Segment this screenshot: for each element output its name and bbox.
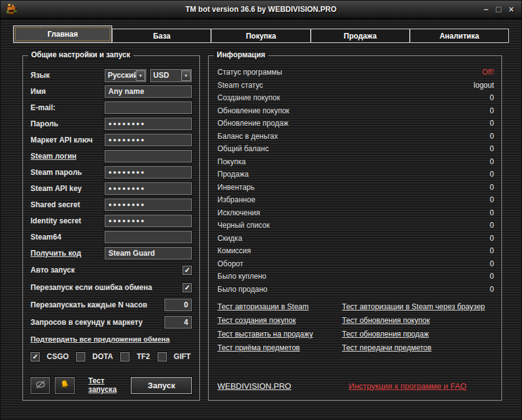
auto-start-checkbox[interactable]: ✓ [183, 266, 192, 275]
name-input[interactable] [105, 85, 192, 98]
info-value: 0 [490, 221, 494, 230]
chevron-down-icon[interactable]: ▾ [181, 70, 191, 81]
currency-select[interactable]: USD ▾ [150, 69, 192, 82]
dota-checkbox[interactable] [76, 352, 85, 362]
auto-start-row: Авто запуск ✓ [31, 261, 192, 279]
steam64-label: Steam64 [31, 233, 105, 241]
launch-controls: Тест запуска Запуск [31, 376, 192, 394]
test-steam-auth-link[interactable]: Тест авторизации в Steam [217, 302, 342, 311]
sound-notify-button[interactable] [55, 377, 74, 394]
steam-api-key-input[interactable] [105, 182, 192, 195]
test-receive-items-link[interactable]: Тест приёма предметов [217, 343, 342, 352]
requests-per-second-input[interactable] [164, 316, 192, 329]
info-value: 0 [490, 157, 494, 166]
steam-api-label: Steam API key [31, 184, 105, 193]
tf2-checkbox[interactable] [120, 352, 130, 362]
test-link-row: Тест приёма предметов Тест передачи пред… [217, 341, 494, 355]
tab-analitika[interactable]: Аналитика [410, 29, 509, 43]
check-icon: ✓ [32, 353, 38, 360]
test-link-row: Тест создания покупок Тест обновления по… [217, 314, 494, 327]
info-row: Баланс в деньгах0 [217, 130, 494, 143]
info-value: 0 [490, 246, 494, 255]
games-row: ✓ CSGO DOTA TF2 GIFT [31, 348, 192, 365]
test-create-orders-link[interactable]: Тест создания покупок [217, 316, 342, 325]
settings-panel: Общие настройки и запуск Язык Русский ▾ … [22, 55, 200, 401]
info-label: Было куплено [217, 272, 267, 281]
identity-secret-label: Identity secret [31, 217, 105, 225]
tab-pokupka[interactable]: Покупка [211, 29, 310, 43]
password-input[interactable] [105, 118, 192, 130]
restart-on-error-row: Перезапуск если ошибка обмена ✓ [31, 279, 192, 296]
hide-window-button[interactable] [31, 377, 50, 394]
chevron-down-icon[interactable]: ▾ [136, 70, 145, 81]
info-label: Было продано [217, 285, 267, 294]
info-row: Комиссия0 [217, 245, 494, 258]
steam-login-row: Steam логин [31, 148, 192, 164]
restart-hours-input[interactable] [164, 299, 192, 311]
steam-login-link[interactable]: Steam логин [31, 152, 105, 161]
maximize-icon[interactable]: □ [496, 5, 501, 14]
gift-checkbox[interactable] [158, 352, 167, 362]
info-label: Комиссия [217, 246, 251, 255]
shared-secret-label: Shared secret [31, 200, 105, 209]
info-label: Статус программы [217, 68, 282, 77]
test-steam-auth-browser-link[interactable]: Тест авторизации в Steam через браузер [342, 302, 485, 311]
email-input[interactable] [105, 101, 192, 114]
steam-login-input[interactable] [105, 150, 192, 162]
info-value: 0 [490, 144, 494, 153]
get-code-row: Получить код [31, 245, 192, 261]
restart-on-error-label: Перезапуск если ошибка обмена [31, 283, 183, 292]
minimize-icon[interactable]: – [484, 5, 489, 14]
app-window: TM bot version 36.6 by WEBDIVISION.PRO –… [0, 0, 522, 420]
name-label: Имя [31, 87, 105, 96]
webdivision-site-link[interactable]: WEBDIVISION.PRO [217, 381, 291, 391]
test-update-orders-link[interactable]: Тест обновления покупок [342, 316, 430, 325]
steam-api-row: Steam API key [31, 180, 192, 197]
identity-secret-input[interactable] [105, 215, 192, 227]
password-label: Пароль [31, 119, 105, 128]
dota-label: DOTA [92, 352, 113, 361]
test-links: Тест авторизации в Steam Тест авторизаци… [217, 300, 494, 355]
steam-status-value: logout [473, 81, 494, 90]
steam-password-label: Steam пароль [31, 168, 105, 177]
csgo-checkbox[interactable]: ✓ [31, 352, 40, 362]
info-label: Общий баланс [217, 144, 268, 153]
steam-password-input[interactable] [105, 166, 192, 179]
market-api-key-input[interactable] [105, 134, 192, 146]
test-update-sales-link[interactable]: Тест обновления продаж [342, 330, 429, 338]
market-api-row: Маркет API ключ [31, 132, 192, 148]
confirm-trades-link[interactable]: Подтвердить все предложения обмена [31, 335, 192, 343]
market-api-label: Маркет API ключ [31, 136, 105, 144]
tab-prodazha[interactable]: Продажа [311, 29, 410, 43]
info-value: 0 [490, 170, 494, 179]
info-label: Инвентарь [217, 183, 255, 192]
test-list-for-sale-link[interactable]: Тест выставить на продажу [217, 330, 342, 338]
close-icon[interactable]: × [509, 5, 514, 14]
tab-label: Аналитика [440, 32, 480, 40]
info-row: Исключения0 [217, 207, 494, 220]
restart-on-error-checkbox[interactable]: ✓ [183, 283, 192, 292]
tab-baza[interactable]: База [112, 29, 211, 43]
test-link-row: Тест авторизации в Steam Тест авторизаци… [217, 300, 494, 314]
info-label: Избранное [217, 195, 255, 204]
tab-glavnaya[interactable]: Главная [13, 26, 112, 43]
language-select[interactable]: Русский ▾ [105, 69, 146, 82]
faq-instruction-link[interactable]: Инструкция к программе и FAQ [349, 381, 467, 391]
info-value: 0 [490, 183, 494, 192]
test-run-link[interactable]: Тест запуска [88, 376, 131, 394]
tab-label: Покупка [246, 32, 277, 40]
info-row: Обновление продаж0 [217, 117, 494, 130]
get-code-link[interactable]: Получить код [31, 249, 105, 258]
run-button[interactable]: Запуск [131, 377, 192, 394]
steam-guard-code-input[interactable] [105, 247, 192, 259]
steam64-input[interactable] [105, 231, 192, 243]
shared-secret-input[interactable] [105, 198, 192, 211]
info-row: Избранное0 [217, 194, 494, 207]
password-row: Пароль [31, 116, 192, 132]
identity-secret-row: Identity secret [31, 213, 192, 229]
requests-per-second-row: Запросов в секунду к маркету [31, 314, 192, 331]
info-row: Общий баланс0 [217, 142, 494, 156]
info-row: Скидка0 [217, 232, 494, 245]
test-send-items-link[interactable]: Тест передачи предметов [342, 343, 432, 352]
tab-label: Главная [47, 30, 78, 39]
